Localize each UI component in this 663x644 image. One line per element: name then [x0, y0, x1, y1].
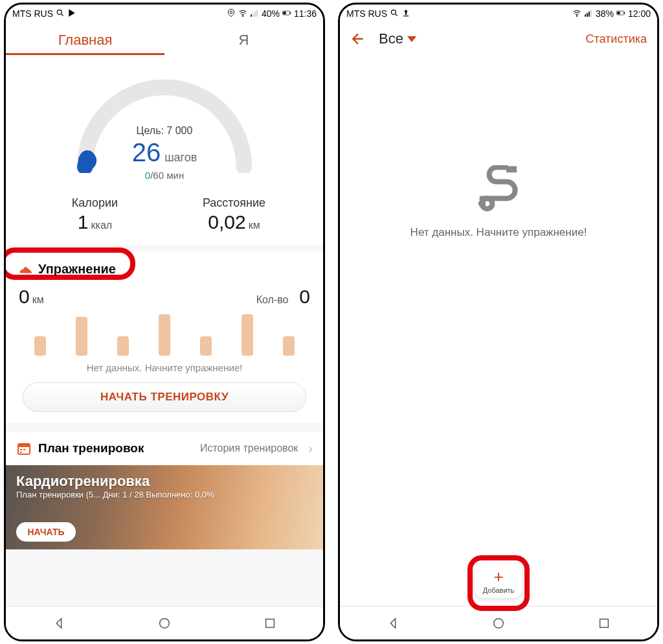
chevron-down-icon: [407, 36, 416, 42]
phone-left: MTS RUS 40% 11:36 Главная Я: [4, 3, 325, 641]
search-icon: [56, 8, 65, 19]
nav-home-icon[interactable]: [157, 616, 172, 630]
add-fab[interactable]: + Добавить: [475, 563, 522, 598]
svg-point-28: [478, 200, 486, 207]
android-navbar: [6, 606, 323, 639]
exercise-stats: 0км Кол-во 0: [16, 281, 313, 309]
svg-rect-6: [256, 10, 258, 16]
cardio-plan[interactable]: Кардиотренировка План тренировки (5... Д…: [6, 465, 323, 549]
phone-right: MTS RUS 38% 12:00 Все Статистика: [338, 3, 659, 641]
start-workout-button[interactable]: НАЧАТЬ ТРЕНИРОВКУ: [23, 382, 306, 412]
plus-icon: +: [475, 568, 522, 585]
upload-icon: [401, 8, 410, 19]
search-icon: [390, 8, 399, 19]
battery-icon: [282, 8, 291, 19]
calories-metric: Калории 1ккал: [25, 196, 164, 233]
svg-point-16: [160, 618, 170, 628]
svg-rect-24: [590, 10, 592, 16]
svg-rect-5: [254, 11, 256, 16]
main-content: Главная Я Цель: 7 000 26 шагов 0/60 м: [6, 23, 323, 606]
topbar: Все Статистика: [340, 23, 657, 55]
wifi-icon: [238, 8, 247, 19]
android-navbar: [340, 606, 657, 639]
svg-rect-15: [20, 452, 22, 453]
svg-rect-3: [251, 14, 252, 17]
svg-point-1: [230, 11, 232, 14]
svg-rect-19: [403, 16, 409, 16]
svg-rect-21: [585, 14, 586, 17]
svg-point-10: [78, 152, 96, 170]
exercise-header[interactable]: Упражнение: [16, 258, 313, 281]
svg-rect-4: [253, 13, 254, 17]
svg-rect-9: [283, 12, 286, 14]
signal-icon: [250, 8, 259, 19]
plan-card: План тренировок История тренировок › Кар…: [6, 431, 323, 549]
svg-rect-17: [266, 619, 275, 627]
statistics-link[interactable]: Статистика: [585, 32, 647, 46]
steps-gauge-card[interactable]: Цель: 7 000 26 шагов 0/60 мин Калории 1к…: [6, 55, 323, 245]
svg-point-20: [576, 16, 577, 16]
shoe-icon: [19, 262, 33, 277]
svg-rect-8: [290, 12, 291, 14]
clock: 11:36: [294, 8, 317, 19]
filter-dropdown[interactable]: Все: [379, 30, 585, 47]
svg-rect-14: [23, 449, 25, 450]
svg-point-0: [57, 10, 62, 14]
cardio-start-button[interactable]: НАЧАТЬ: [16, 522, 76, 542]
battery-pct: 40%: [262, 8, 280, 19]
route-icon: [472, 165, 525, 212]
carrier: MTS RUS: [346, 8, 387, 19]
distance-metric: Расстояние 0,02км: [164, 196, 304, 233]
top-tabs: Главная Я: [6, 23, 323, 55]
nav-recent-icon[interactable]: [263, 616, 277, 630]
calendar-icon: [16, 441, 32, 456]
chevron-right-icon: ›: [308, 441, 313, 456]
empty-state: Нет данных. Начните упражнение!: [340, 55, 657, 606]
svg-rect-26: [624, 12, 625, 14]
battery-icon: [616, 8, 625, 19]
svg-point-29: [494, 618, 504, 628]
back-arrow-icon[interactable]: [350, 30, 367, 47]
svg-point-2: [242, 16, 243, 16]
history-link[interactable]: История тренировок: [200, 443, 298, 454]
svg-point-18: [391, 10, 396, 14]
steps-value: 26: [132, 138, 161, 167]
svg-rect-30: [600, 619, 609, 627]
wifi-icon: [572, 8, 581, 19]
nav-back-icon[interactable]: [386, 616, 400, 630]
plan-header[interactable]: План тренировок История тренировок ›: [6, 431, 323, 465]
signal-icon: [584, 8, 593, 19]
tab-me[interactable]: Я: [164, 23, 323, 55]
location-icon: [227, 8, 236, 19]
svg-rect-12: [18, 444, 30, 447]
status-bar: MTS RUS 40% 11:36: [6, 5, 323, 23]
battery-pct: 38%: [596, 8, 614, 19]
empty-text: Нет данных. Начните упражнение!: [410, 226, 587, 239]
carrier: MTS RUS: [12, 8, 53, 19]
nav-home-icon[interactable]: [491, 616, 506, 630]
steps-unit: шагов: [164, 151, 197, 165]
tab-main[interactable]: Главная: [6, 23, 164, 55]
svg-rect-13: [20, 449, 22, 450]
nav-recent-icon[interactable]: [597, 616, 611, 630]
svg-rect-23: [589, 11, 590, 16]
nav-back-icon[interactable]: [52, 616, 66, 630]
weekly-bars: [16, 309, 313, 356]
exercise-nodata: Нет данных. Начните упражнение!: [16, 362, 313, 373]
clock: 12:00: [628, 8, 651, 19]
svg-rect-27: [617, 12, 620, 14]
play-icon: [67, 8, 76, 19]
status-bar: MTS RUS 38% 12:00: [340, 5, 657, 23]
exercise-card: Упражнение 0км Кол-во 0 Нет данных. Начн…: [6, 251, 323, 422]
svg-rect-22: [587, 13, 588, 17]
